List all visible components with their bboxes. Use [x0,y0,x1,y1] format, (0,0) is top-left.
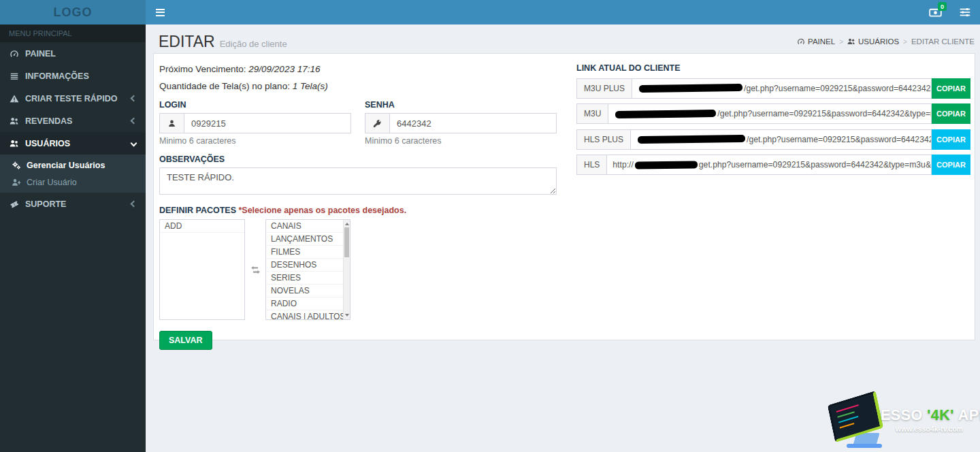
login-helper: Minimo 6 caracteres [159,136,351,146]
scroll-down-icon[interactable] [345,314,349,317]
list-item[interactable]: CANAIS [266,220,343,233]
definir-pacotes-header: DEFINIR PACOTES *Selecione apenas os pac… [159,206,557,215]
login-input[interactable] [184,114,350,133]
sidebar-item-label: USUÁRIOS [25,139,70,148]
redacted-host [615,109,716,118]
login-input-group [159,113,351,133]
definir-pacotes-label: DEFINIR PACOTES [159,206,236,215]
list-item[interactable]: ADD [160,220,244,233]
link-type-label: HLS [576,155,606,175]
sidebar: LOGO MENU PRINCIPAL PAINEL INFORMAÇÕES C… [0,0,146,452]
users-icon [10,139,19,148]
edit-client-card: Próximo Vencimento: 29/09/2023 17:16 Qua… [153,53,975,340]
credits-menu-button[interactable]: 0 [928,5,942,19]
client-links-panel: LINK ATUAL DO CLIENTE M3U PLUS /get.php?… [576,59,970,175]
scroll-thumb[interactable] [344,227,349,257]
list-icon [10,71,19,81]
list-item[interactable]: FILMES [266,246,343,259]
submenu-item-label: Criar Usuário [27,178,77,187]
sidebar-item-gerenciar-usuarios[interactable]: Gerenciar Usuários [0,157,146,174]
sidebar-item-usuarios[interactable]: USUÁRIOS [0,132,146,155]
dual-listbox: ADD CANAISLANÇAMENTOSFILMESDESENHOSSERIE… [159,219,557,320]
next-expiry-value: 29/09/2023 17:16 [248,64,320,74]
sidebar-item-label: CRIAR TESTE RÁPIDO [25,94,117,103]
app-logo[interactable]: LOGO [0,0,146,25]
watermark-site: www.esso4k-tv.com [896,425,963,433]
list-item[interactable]: SERIES [266,272,343,285]
screens-value: 1 Tela(s) [293,81,328,91]
link-url-field[interactable]: /get.php?username=0929215&password=64423… [608,103,932,124]
observacoes-textarea[interactable]: TESTE RÁPIDO. [159,167,557,195]
list-item[interactable]: CANAIS | ADULTOS [266,310,343,320]
senha-label: SENHA [365,100,557,110]
breadcrumb-label: PAINEL [808,37,835,46]
senha-helper: Minimo 6 caracteres [365,136,557,146]
copy-button[interactable]: COPIAR [932,78,970,99]
breadcrumb-usuarios[interactable]: USUÁRIOS [847,37,899,46]
list-scrollbar[interactable] [343,220,350,319]
copy-button[interactable]: COPIAR [932,103,970,124]
users-icon [847,37,855,46]
list-item[interactable]: RADIO [266,297,343,310]
page-subtitle: Edição de cliente [220,39,287,49]
content-header: EDITAREdição de cliente PAINEL > USUÁRIO… [146,25,980,53]
sidebar-item-criar-teste-rapido[interactable]: CRIAR TESTE RÁPIDO [0,87,146,110]
redacted-host [638,135,745,144]
sidebar-item-label: PAINEL [25,49,56,59]
user-plus-icon [12,178,21,187]
cogs-icon [12,161,21,170]
sidebar-item-criar-usuario[interactable]: Criar Usuário [0,174,146,191]
breadcrumb-separator: > [839,38,843,46]
link-row-m3u-plus: M3U PLUS /get.php?username=0929215&passw… [576,78,970,99]
link-url-field[interactable]: http://get.php?username=0929215&password… [606,155,932,175]
breadcrumb-label: EDITAR CLIENTE [911,37,975,46]
senha-input[interactable] [390,114,556,133]
sidebar-item-revendas[interactable]: REVENDAS [0,110,146,132]
link-url-field[interactable]: /get.php?username=0929215&password=64423… [630,129,932,150]
senha-input-group [365,113,557,133]
exchange-icon [245,219,265,320]
available-packages-list[interactable]: ADD [159,219,245,320]
users-icon [10,116,19,126]
list-item[interactable]: LANÇAMENTOS [266,233,343,246]
chevron-down-icon [131,140,137,147]
sidebar-item-painel[interactable]: PAINEL [0,42,146,65]
topbar: 0 [146,0,980,25]
link-row-hls-plus: HLS PLUS /get.php?username=0929215&passw… [576,129,970,150]
sidebar-item-label: SUPORTE [25,199,66,209]
list-item[interactable]: NOVELAS [266,285,343,297]
selected-packages-list[interactable]: CANAISLANÇAMENTOSFILMESDESENHOSSERIESNOV… [265,219,350,320]
link-row-m3u: M3U /get.php?username=0929215&password=6… [576,103,970,124]
sidebar-toggle-button[interactable] [146,0,174,25]
chevron-left-icon [131,118,137,125]
definir-pacotes-note: *Selecione apenas os pacotes desejados. [238,206,406,215]
link-type-label: M3U PLUS [576,78,632,99]
login-label: LOGIN [159,100,351,110]
links-title: LINK ATUAL DO CLIENTE [576,63,970,73]
observacoes-label: OBSERVAÇÕES [159,155,557,164]
sidebar-item-informacoes[interactable]: INFORMAÇÕES [0,65,146,87]
redacted-host [639,84,742,93]
list-item[interactable]: DESENHOS [266,259,343,272]
sliders-icon [959,6,971,18]
link-type-label: HLS PLUS [576,129,630,150]
save-button[interactable]: SALVAR [159,331,212,350]
settings-menu-button[interactable] [958,5,972,19]
next-expiry-line: Próximo Vencimento: 29/09/2023 17:16 [159,64,557,74]
sidebar-item-suporte[interactable]: SUPORTE [0,193,146,215]
breadcrumb-painel[interactable]: PAINEL [797,37,835,46]
vendor-watermark: ESSO '4K' APPS www.esso4k-tv.com [815,393,976,449]
scroll-up-icon[interactable] [345,223,349,225]
redacted-host [635,161,698,169]
usuarios-submenu: Gerenciar Usuários Criar Usuário [0,155,146,193]
watermark-brand: ESSO '4K' APPS [881,407,980,424]
copy-button[interactable]: COPIAR [932,129,970,150]
link-url-field[interactable]: /get.php?username=0929215&password=64423… [632,78,932,99]
breadcrumb-editar-cliente: EDITAR CLIENTE [911,37,975,46]
breadcrumb: PAINEL > USUÁRIOS > EDITAR CLIENTE [797,37,975,46]
sidebar-item-label: REVENDAS [25,116,72,126]
copy-button[interactable]: COPIAR [932,155,970,175]
sidebar-section-header: MENU PRINCIPAL [0,25,146,42]
chevron-left-icon [131,95,137,102]
monitor-base [847,444,882,448]
